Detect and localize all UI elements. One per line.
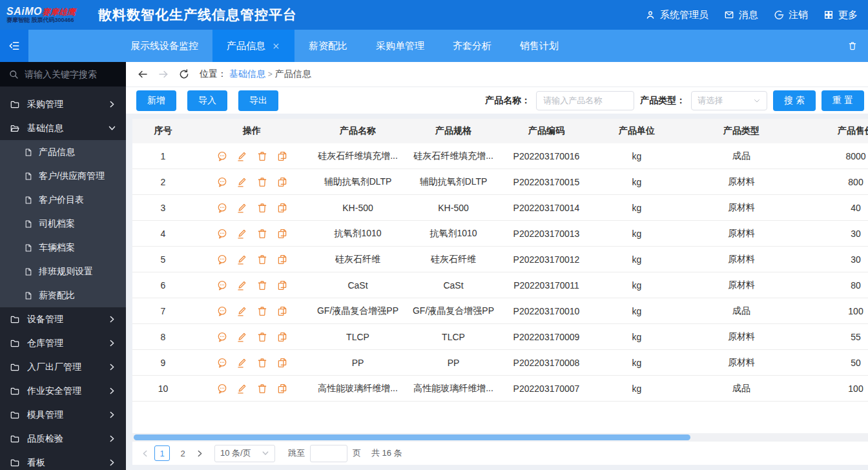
edit-icon[interactable] bbox=[236, 176, 248, 188]
comment-icon[interactable] bbox=[216, 383, 228, 394]
back-arrow-icon[interactable] bbox=[137, 68, 149, 80]
scrollbar-thumb[interactable] bbox=[134, 434, 690, 440]
tab-2[interactable]: 薪资配比 bbox=[294, 30, 362, 62]
close-all-tabs-trash-icon[interactable] bbox=[847, 41, 858, 51]
page-size-select[interactable]: 10 条/页 bbox=[214, 445, 275, 462]
copy-icon[interactable] bbox=[276, 383, 288, 394]
products-table: 序号操作产品名称产品规格产品编码产品单位产品类型产品售价1硅灰石纤维填充增...… bbox=[132, 119, 868, 402]
product-type-select[interactable]: 请选择 bbox=[691, 91, 767, 110]
tab-5[interactable]: 销售计划 bbox=[506, 30, 573, 62]
delete-icon[interactable] bbox=[256, 331, 268, 343]
delete-icon[interactable] bbox=[256, 357, 268, 369]
header-actions: 系统管理员 消息 注销 更多 bbox=[645, 9, 858, 21]
forward-arrow-icon[interactable] bbox=[158, 68, 169, 80]
comment-icon[interactable] bbox=[216, 280, 228, 291]
close-icon[interactable] bbox=[272, 42, 280, 50]
comment-icon[interactable] bbox=[216, 176, 228, 188]
sidebar-item-7[interactable]: 品质检验 bbox=[0, 427, 126, 451]
tab-4[interactable]: 齐套分析 bbox=[439, 30, 506, 62]
delete-icon[interactable] bbox=[256, 383, 268, 394]
copy-icon[interactable] bbox=[276, 331, 288, 343]
breadcrumb-parent-link[interactable]: 基础信息 bbox=[229, 68, 265, 79]
edit-icon[interactable] bbox=[236, 280, 248, 291]
cell-spec: TLCP bbox=[406, 332, 501, 342]
comment-icon[interactable] bbox=[216, 305, 228, 317]
chevron-right-icon[interactable] bbox=[196, 449, 204, 458]
toolbar-button-1[interactable]: 导入 bbox=[187, 90, 227, 111]
comment-icon[interactable] bbox=[216, 202, 228, 214]
delete-icon[interactable] bbox=[256, 254, 268, 265]
sidebar-item-6[interactable]: 模具管理 bbox=[0, 403, 126, 427]
page-button-2[interactable]: 2 bbox=[175, 445, 191, 461]
tab-3[interactable]: 采购单管理 bbox=[362, 30, 439, 62]
refresh-icon[interactable] bbox=[178, 68, 190, 80]
sidebar-item-5[interactable]: 作业安全管理 bbox=[0, 379, 126, 403]
more-button[interactable]: 更多 bbox=[823, 9, 858, 21]
sidebar-search-input[interactable] bbox=[25, 69, 115, 79]
edit-icon[interactable] bbox=[236, 254, 248, 265]
copy-icon[interactable] bbox=[276, 202, 288, 214]
logout-button[interactable]: 注销 bbox=[774, 9, 808, 21]
edit-icon[interactable] bbox=[236, 357, 248, 369]
copy-icon[interactable] bbox=[276, 357, 288, 369]
sidebar-subitem-1-0[interactable]: 产品信息 bbox=[0, 140, 126, 164]
delete-icon[interactable] bbox=[256, 280, 268, 291]
tab-0[interactable]: 展示线设备监控 bbox=[116, 30, 212, 62]
sidebar-subitem-1-3[interactable]: 司机档案 bbox=[0, 212, 126, 236]
copy-icon[interactable] bbox=[276, 305, 288, 317]
cell-index: 8 bbox=[132, 332, 194, 342]
sidebar-item-4[interactable]: 入厂出厂管理 bbox=[0, 355, 126, 379]
messages-button[interactable]: 消息 bbox=[724, 9, 758, 21]
cell-type: 原材料 bbox=[682, 357, 801, 369]
chevron-left-icon[interactable] bbox=[141, 449, 149, 458]
sidebar-item-3[interactable]: 仓库管理 bbox=[0, 331, 126, 355]
edit-icon[interactable] bbox=[236, 331, 248, 343]
copy-icon[interactable] bbox=[276, 176, 288, 188]
delete-icon[interactable] bbox=[256, 305, 268, 317]
search-button[interactable]: 搜 索 bbox=[773, 90, 816, 111]
edit-icon[interactable] bbox=[236, 202, 248, 214]
reset-button[interactable]: 重 置 bbox=[822, 90, 864, 111]
comment-icon[interactable] bbox=[216, 357, 228, 369]
edit-icon[interactable] bbox=[236, 383, 248, 394]
page-button-1[interactable]: 1 bbox=[154, 445, 170, 461]
comment-icon[interactable] bbox=[216, 331, 228, 343]
edit-icon[interactable] bbox=[236, 305, 248, 317]
table-row: 6CaStCaStP202203170011kg原材料80 bbox=[132, 272, 868, 298]
sidebar-item-1[interactable]: 基础信息 bbox=[0, 116, 126, 140]
sidebar-subitem-1-2[interactable]: 客户价目表 bbox=[0, 188, 126, 212]
sidebar-subitem-1-4[interactable]: 车辆档案 bbox=[0, 236, 126, 260]
product-name-input[interactable] bbox=[536, 91, 634, 110]
collapse-sidebar-button[interactable] bbox=[0, 30, 28, 62]
sidebar-submenu: 产品信息客户/供应商管理客户价目表司机档案车辆档案排班规则设置薪资配比 bbox=[0, 140, 126, 307]
sidebar-subitem-1-6[interactable]: 薪资配比 bbox=[0, 283, 126, 307]
copy-icon[interactable] bbox=[276, 254, 288, 265]
delete-icon[interactable] bbox=[256, 228, 268, 240]
jump-page-input[interactable] bbox=[310, 445, 347, 462]
breadcrumb-separator: > bbox=[268, 70, 273, 79]
cell-type: 成品 bbox=[682, 150, 801, 162]
comment-icon[interactable] bbox=[216, 254, 228, 265]
company-logo: SAiMO赛摩雄鹰 赛摩智能 股票代码300466 bbox=[6, 6, 92, 23]
delete-icon[interactable] bbox=[256, 150, 268, 162]
cell-unit: kg bbox=[592, 229, 682, 239]
sidebar-item-0[interactable]: 采购管理 bbox=[0, 92, 126, 116]
sidebar-item-2[interactable]: 设备管理 bbox=[0, 307, 126, 331]
sidebar-subitem-1-5[interactable]: 排班规则设置 bbox=[0, 260, 126, 283]
copy-icon[interactable] bbox=[276, 150, 288, 162]
edit-icon[interactable] bbox=[236, 228, 248, 240]
edit-icon[interactable] bbox=[236, 150, 248, 162]
copy-icon[interactable] bbox=[276, 228, 288, 240]
delete-icon[interactable] bbox=[256, 202, 268, 214]
toolbar-button-2[interactable]: 导出 bbox=[238, 90, 278, 111]
sidebar-item-8[interactable]: 看板 bbox=[0, 451, 126, 470]
delete-icon[interactable] bbox=[256, 176, 268, 188]
sidebar-subitem-1-1[interactable]: 客户/供应商管理 bbox=[0, 164, 126, 188]
cell-type: 原材料 bbox=[682, 202, 801, 214]
comment-icon[interactable] bbox=[216, 228, 228, 240]
toolbar-button-0[interactable]: 新增 bbox=[136, 90, 176, 111]
tab-1[interactable]: 产品信息 bbox=[212, 30, 294, 62]
comment-icon[interactable] bbox=[216, 150, 228, 162]
user-menu[interactable]: 系统管理员 bbox=[645, 9, 708, 21]
copy-icon[interactable] bbox=[276, 280, 288, 291]
